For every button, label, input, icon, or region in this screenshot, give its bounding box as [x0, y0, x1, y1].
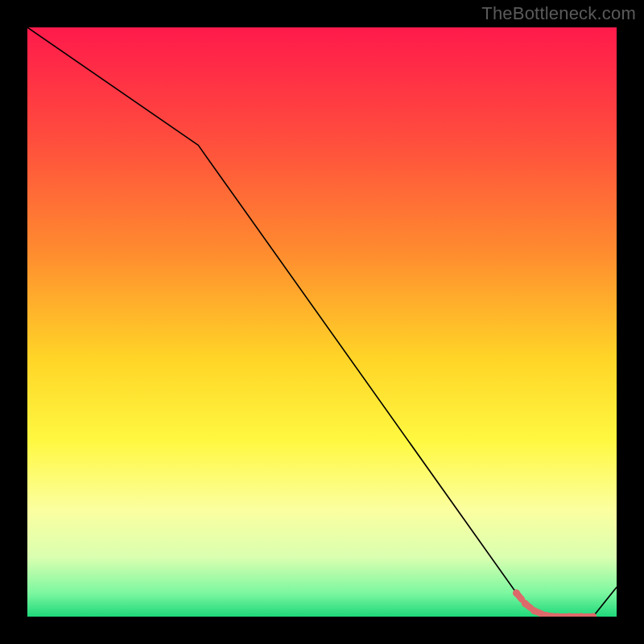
watermark-text: TheBottleneck.com	[481, 3, 636, 24]
chart-frame: TheBottleneck.com	[0, 0, 644, 644]
bottleneck-marker-dot	[530, 607, 538, 614]
bottleneck-chart	[27, 27, 617, 617]
plot-background	[27, 27, 617, 617]
bottleneck-marker-dot	[522, 600, 529, 607]
bottleneck-marker-dot	[513, 589, 520, 597]
